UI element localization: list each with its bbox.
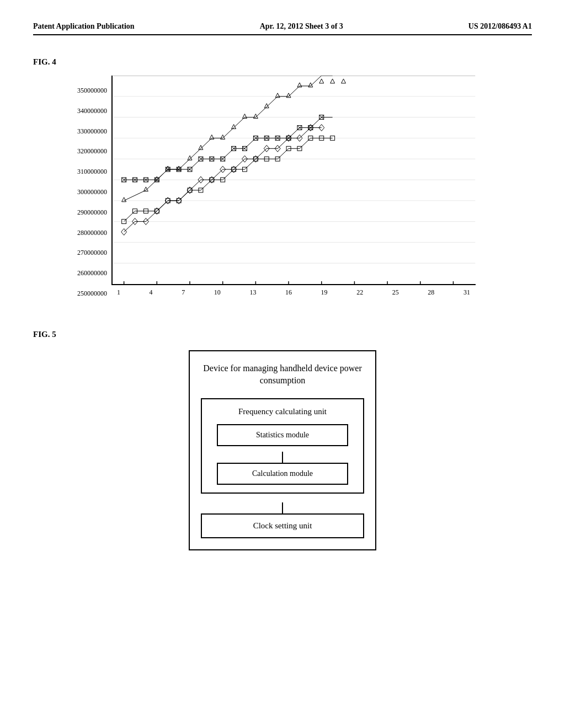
svg-marker-118 bbox=[121, 229, 127, 235]
x-label-7: 7 bbox=[182, 288, 185, 297]
connector-2 bbox=[282, 502, 283, 513]
svg-marker-36 bbox=[297, 83, 302, 87]
frequency-calculating-unit-label: Frequency calculating unit bbox=[238, 407, 327, 416]
x-label-22: 22 bbox=[356, 288, 363, 297]
diagram-container: Device for managing handheld device powe… bbox=[33, 350, 532, 550]
calculation-module-box: Calculation module bbox=[217, 463, 348, 485]
x-label-19: 19 bbox=[321, 288, 328, 297]
page: Patent Application Publication Apr. 12, … bbox=[0, 0, 565, 728]
svg-marker-24 bbox=[166, 166, 170, 170]
x-label-1: 1 bbox=[117, 288, 120, 297]
fig4-label: FIG. 4 bbox=[33, 57, 532, 67]
svg-marker-28 bbox=[210, 135, 214, 139]
y-axis-labels: 350000000 340000000 330000000 320000000 … bbox=[77, 87, 107, 297]
y-label-7: 280000000 bbox=[77, 229, 107, 236]
clock-setting-unit-box: Clock setting unit bbox=[201, 513, 364, 538]
x-label-4: 4 bbox=[150, 288, 153, 297]
y-label-0: 350000000 bbox=[77, 87, 107, 94]
chart-svg bbox=[113, 76, 476, 284]
outer-box: Device for managing handheld device powe… bbox=[189, 350, 376, 550]
fig5-section: FIG. 5 Device for managing handheld devi… bbox=[33, 330, 532, 550]
header-right: US 2012/086493 A1 bbox=[468, 22, 532, 31]
y-label-9: 260000000 bbox=[77, 270, 107, 276]
x-label-16: 16 bbox=[285, 288, 292, 297]
header-left: Patent Application Publication bbox=[33, 22, 135, 31]
svg-marker-40 bbox=[342, 79, 346, 83]
x-label-10: 10 bbox=[214, 288, 221, 297]
svg-marker-38 bbox=[319, 79, 324, 83]
y-label-5: 300000000 bbox=[77, 189, 107, 195]
x-label-25: 25 bbox=[392, 288, 399, 297]
svg-marker-21 bbox=[122, 197, 126, 202]
y-label-4: 310000000 bbox=[77, 168, 107, 175]
y-label-6: 290000000 bbox=[77, 209, 107, 216]
x-label-31: 31 bbox=[463, 288, 470, 297]
y-label-3: 320000000 bbox=[77, 148, 107, 154]
y-label-10: 250000000 bbox=[77, 290, 107, 297]
chart-plot-area bbox=[111, 76, 476, 285]
svg-marker-31 bbox=[242, 114, 247, 119]
fig5-label: FIG. 5 bbox=[33, 330, 532, 339]
x-label-28: 28 bbox=[428, 288, 434, 297]
svg-marker-34 bbox=[275, 93, 280, 98]
y-label-1: 340000000 bbox=[77, 108, 107, 114]
inner-box-group: Frequency calculating unit Statistics mo… bbox=[201, 398, 364, 494]
connector-1 bbox=[282, 452, 283, 463]
outer-box-label: Device for managing handheld device powe… bbox=[201, 362, 364, 387]
page-header: Patent Application Publication Apr. 12, … bbox=[33, 22, 532, 35]
x-axis-labels: 1 4 7 10 13 16 19 22 25 28 31 bbox=[111, 288, 476, 297]
fig4-section: FIG. 4 350000000 340000000 330000000 320… bbox=[33, 57, 532, 297]
svg-marker-39 bbox=[331, 79, 335, 83]
y-label-8: 270000000 bbox=[77, 249, 107, 256]
statistics-module-box: Statistics module bbox=[217, 424, 348, 446]
y-label-2: 330000000 bbox=[77, 128, 107, 135]
x-label-13: 13 bbox=[249, 288, 256, 297]
header-center: Apr. 12, 2012 Sheet 3 of 3 bbox=[260, 22, 343, 31]
chart-container: 350000000 340000000 330000000 320000000 … bbox=[77, 76, 532, 297]
